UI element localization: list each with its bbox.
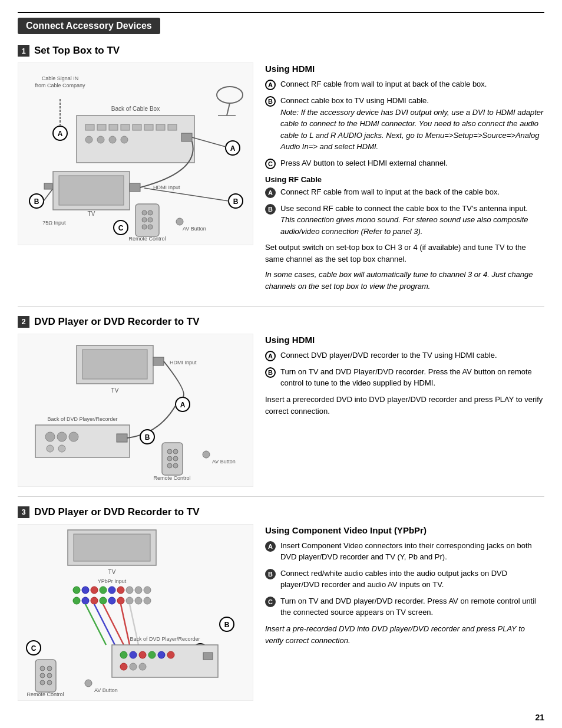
svg-point-94 [73, 597, 80, 604]
svg-rect-18 [168, 124, 177, 130]
section-1-num: 1 [18, 45, 29, 57]
svg-point-87 [91, 587, 98, 594]
rf-step-b-circle: B [265, 204, 276, 215]
svg-point-75 [167, 463, 172, 468]
svg-point-91 [126, 587, 133, 594]
page-header: Connect Accessory Devices [18, 12, 544, 34]
section-1-step-b: B Connect cable box to TV using HDMI cab… [265, 95, 544, 153]
section-1-para2: In some cases, cable box will automatica… [265, 269, 544, 292]
svg-point-98 [108, 597, 115, 604]
svg-point-62 [69, 432, 78, 442]
section-3-para1: Insert a pre-recorded DVD into DVD playe… [265, 623, 544, 647]
svg-rect-23 [181, 133, 192, 141]
section-2-hdmi-title: Using HDMI [265, 335, 544, 345]
s3-step-c-circle: C [265, 597, 276, 607]
svg-point-93 [144, 587, 151, 594]
svg-point-64 [58, 445, 65, 452]
section-2-title: DVD Player or DVD Recorder to TV [34, 316, 200, 328]
svg-point-88 [100, 587, 107, 594]
rf-step-a-circle: A [265, 187, 276, 198]
section-1-hdmi-title: Using HDMI [265, 64, 544, 74]
step-b-text: Connect cable box to TV using HDMI cable… [280, 95, 544, 153]
section-2-content: TV HDMI Input Back of DVD Player/Recorde… [18, 334, 544, 487]
section-1: 1 Set Top Box to TV Cable Signal IN from… [18, 45, 544, 297]
svg-rect-9 [77, 116, 194, 163]
svg-point-97 [100, 597, 107, 604]
svg-text:Back of Cable Box: Back of Cable Box [111, 106, 160, 112]
svg-rect-31 [44, 183, 52, 189]
svg-rect-54 [82, 350, 147, 379]
svg-point-74 [173, 456, 178, 461]
svg-point-90 [117, 587, 124, 594]
section-1-rf-a: A Connect RF cable from wall to input at… [265, 186, 544, 198]
section-3-step-c: C Turn on TV and DVD player/DVD recorder… [265, 595, 544, 618]
step-a-text: Connect RF cable from wall to input at b… [280, 78, 544, 90]
svg-point-60 [45, 432, 55, 442]
svg-point-127 [47, 666, 52, 671]
svg-text:B: B [34, 197, 39, 206]
svg-text:from Cable Company: from Cable Company [35, 83, 85, 88]
svg-point-63 [47, 445, 54, 452]
svg-point-117 [139, 651, 146, 658]
section-1-para1: Set output switch on set-top box to CH 3… [265, 242, 544, 265]
svg-text:B: B [145, 433, 150, 442]
svg-rect-14 [121, 124, 130, 130]
svg-rect-113 [112, 645, 218, 677]
svg-text:TV: TV [111, 387, 119, 394]
svg-rect-22 [121, 136, 128, 143]
s2-step-a-circle: A [265, 351, 276, 361]
section-2-diagram: TV HDMI Input Back of DVD Player/Recorde… [18, 334, 253, 487]
svg-point-43 [142, 218, 147, 222]
svg-point-119 [158, 651, 165, 658]
svg-rect-20 [97, 136, 104, 143]
section-1-step-c: C Press AV button to select HDMI externa… [265, 157, 544, 169]
svg-text:Remote Control: Remote Control [27, 691, 64, 697]
svg-text:HDMI Input: HDMI Input [170, 360, 197, 365]
svg-text:Remote Control: Remote Control [128, 236, 166, 242]
svg-point-129 [47, 673, 52, 678]
svg-point-102 [144, 597, 151, 604]
section-1-content: Cable Signal IN from Cable Company A Bac… [18, 62, 544, 297]
svg-text:C: C [118, 224, 124, 232]
svg-point-46 [148, 225, 153, 229]
svg-text:AV Button: AV Button [212, 459, 236, 465]
svg-rect-29 [59, 176, 124, 205]
svg-point-49 [176, 218, 183, 225]
page-number: 21 [18, 713, 544, 722]
svg-text:A: A [230, 144, 236, 153]
s3-step-b-circle: B [265, 569, 276, 579]
section-3: 3 DVD Player or DVD Recorder to TV TV YP… [18, 506, 544, 701]
svg-text:Remote Control: Remote Control [153, 475, 190, 481]
svg-point-45 [142, 225, 147, 229]
section-3-title: DVD Player or DVD Recorder to TV [34, 506, 200, 518]
svg-point-61 [57, 432, 67, 442]
svg-text:HDMI Input: HDMI Input [153, 185, 180, 190]
svg-text:Cable Signal IN: Cable Signal IN [42, 75, 79, 81]
svg-text:A: A [58, 130, 63, 138]
svg-point-123 [139, 663, 146, 670]
svg-point-85 [73, 587, 80, 594]
svg-point-122 [130, 663, 137, 670]
section-2-para1: Insert a prerecorded DVD into DVD player… [265, 394, 544, 417]
svg-point-134 [85, 680, 92, 687]
svg-rect-125 [35, 660, 56, 692]
step-c-circle: C [265, 159, 276, 169]
svg-rect-11 [85, 124, 94, 130]
svg-rect-40 [135, 204, 159, 236]
s3-step-a-circle: A [265, 541, 276, 552]
s3-step-c-text: Turn on TV and DVD player/DVD recorder. … [280, 595, 544, 618]
svg-point-86 [82, 587, 89, 594]
section-3-step-b: B Connect red/white audio cables into th… [265, 568, 544, 591]
svg-point-128 [40, 673, 45, 678]
section-1-rf-b: B Use second RF cable to connect the cab… [265, 203, 544, 238]
step-a-circle: A [265, 80, 276, 90]
section-3-num: 3 [18, 506, 29, 518]
svg-point-101 [135, 597, 142, 604]
section-1-header: 1 Set Top Box to TV [18, 45, 544, 57]
svg-rect-82 [74, 534, 150, 561]
svg-rect-56 [153, 357, 164, 365]
divider-2 [18, 496, 544, 497]
section-1-title: Set Top Box to TV [34, 45, 120, 57]
s2-step-a-text: Connect DVD player/DVD recorder to the T… [280, 350, 544, 361]
section-3-instructions: Using Component Video Input (YPbPr) A In… [265, 524, 544, 701]
